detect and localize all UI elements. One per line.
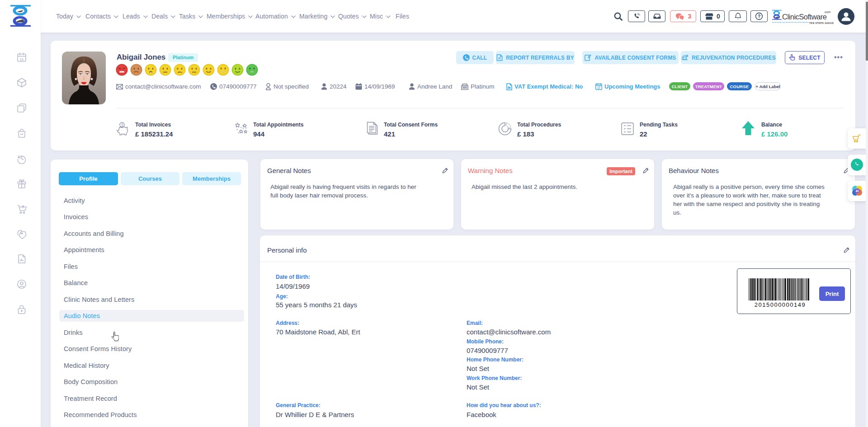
svg-text:TEN STEPS AHEAD: TEN STEPS AHEAD: [809, 22, 834, 24]
svg-text:17: 17: [597, 86, 601, 89]
svg-text:ClinicSoftware: ClinicSoftware: [782, 13, 827, 21]
svg-text:12: 12: [20, 57, 24, 61]
svg-text:AI: AI: [856, 189, 859, 192]
svg-text:.com: .com: [824, 10, 830, 14]
svg-text:?: ?: [758, 14, 760, 19]
